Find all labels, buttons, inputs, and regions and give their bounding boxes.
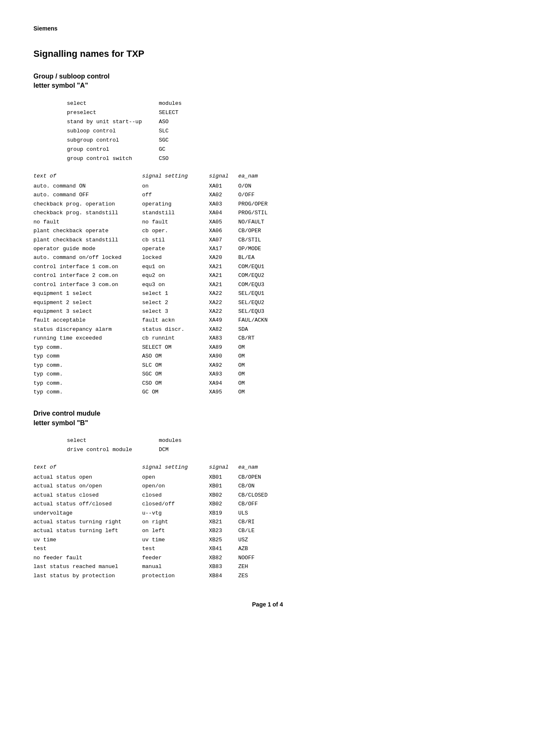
cell-ea-nam: OP/MODE <box>238 244 288 253</box>
cell-signal-setting: fault ackn <box>142 316 209 325</box>
table-row: undervoltageu--vtgXB19ULS <box>33 509 502 518</box>
cell-text: control interface 2 com.on <box>33 271 142 280</box>
module-value: ASO <box>159 117 222 127</box>
cell-text: equipment 3 select <box>33 307 142 316</box>
cell-signal-setting: protection <box>142 571 209 580</box>
table-row: no feeder faultfeederXB82NOOFF <box>33 553 502 562</box>
cell-ea-nam: OM <box>238 352 288 360</box>
cell-signal-setting: on right <box>142 518 209 526</box>
cell-signal-setting: operating <box>142 200 209 208</box>
page-footer: Page 1 of 4 <box>33 601 502 608</box>
cell-text: checkback prog. operation <box>33 200 142 208</box>
cell-signal: XA07 <box>209 236 238 244</box>
cell-signal: XB02 <box>209 500 238 508</box>
cell-ea-nam: PROG/OPER <box>238 200 288 208</box>
cell-text: plant checkback standstill <box>33 236 142 244</box>
cell-signal-setting: operate <box>142 244 209 253</box>
cell-text: control interface 1 com.on <box>33 262 142 271</box>
table-row: typ comm.SLC OMXA92OM <box>33 361 502 370</box>
table-row: typ comm.CSO OMXA94OM <box>33 379 502 388</box>
module-label: subgroup control <box>67 136 159 145</box>
cell-signal: XA93 <box>209 370 238 378</box>
cell-signal-setting: u--vtg <box>142 509 209 518</box>
cell-signal: XA21 <box>209 271 238 280</box>
cell-signal-setting: status discr. <box>142 325 209 334</box>
cell-text: typ comm <box>33 352 142 360</box>
cell-ea-nam: CB/OFF <box>238 500 288 508</box>
cell-signal: XA82 <box>209 325 238 334</box>
cell-text: equipment 2 select <box>33 298 142 307</box>
cell-signal: XB21 <box>209 518 238 526</box>
cell-text: test <box>33 544 142 553</box>
modules-col2: modulesSELECTASOSLCSGCGCCSO <box>159 99 222 164</box>
module-label: subloop control <box>67 127 159 136</box>
cell-signal-setting: no fault <box>142 218 209 226</box>
table-row: plant checkback standstillcb stilXA07CB/… <box>33 236 502 244</box>
cell-text: running time exceeded <box>33 334 142 342</box>
cell-ea-nam: CB/OPEN <box>238 473 288 482</box>
cell-text: last status by protection <box>33 571 142 580</box>
table-row: equipment 2 selectselect 2XA22SEL/EQU2 <box>33 298 502 307</box>
cell-text: typ comm. <box>33 388 142 396</box>
cell-text: control interface 3 com.on <box>33 280 142 289</box>
table-row: fault acceptablefault acknXA49FAUL/ACKN <box>33 316 502 325</box>
cell-text: no feeder fault <box>33 553 142 562</box>
cell-signal: XB01 <box>209 482 238 490</box>
table-row: running time exceededcb runnintXA83CB/RT <box>33 334 502 342</box>
cell-signal: XA83 <box>209 334 238 342</box>
cell-signal-setting: locked <box>142 253 209 262</box>
col-signal-header: signal <box>209 463 238 472</box>
cell-ea-nam: SEL/EQU2 <box>238 298 288 307</box>
modules-col2: modulesDCM <box>159 436 222 454</box>
cell-signal: XA22 <box>209 307 238 316</box>
module-label: select <box>67 436 159 445</box>
module-value: CSO <box>159 154 222 163</box>
cell-signal: XA49 <box>209 316 238 325</box>
cell-signal-setting: test <box>142 544 209 553</box>
table-row: actual status on/openopen/onXB01CB/ON <box>33 482 502 490</box>
cell-ea-nam: OM <box>238 361 288 370</box>
cell-ea-nam: ZEH <box>238 562 288 571</box>
cell-signal-setting: select 3 <box>142 307 209 316</box>
cell-ea-nam: COM/EQU3 <box>238 280 288 289</box>
table-row: actual status openopenXB01CB/OPEN <box>33 473 502 482</box>
cell-signal-setting: uv time <box>142 535 209 544</box>
cell-text: actual status turning left <box>33 526 142 535</box>
module-value: SLC <box>159 127 222 136</box>
cell-ea-nam: CB/RT <box>238 334 288 342</box>
table-row: status discrepancy alarmstatus discr.XA8… <box>33 325 502 334</box>
cell-signal: XB25 <box>209 535 238 544</box>
section2-table: text ofsignal settingsignalea_namactual … <box>33 463 502 580</box>
cell-signal-setting: standstill <box>142 208 209 217</box>
table-row: uv timeuv timeXB25USZ <box>33 535 502 544</box>
col-ea-nam-header: ea_nam <box>238 172 288 180</box>
table-row: auto. command ONonXA01O/ON <box>33 182 502 190</box>
section2-modules: selectdrive control modulemodulesDCM <box>67 436 502 454</box>
cell-signal: XA17 <box>209 244 238 253</box>
cell-text: no fault <box>33 218 142 226</box>
cell-text: plant checkback operate <box>33 226 142 235</box>
cell-text: typ comm. <box>33 379 142 388</box>
section1: Group / subloop controlletter symbol "A"… <box>33 72 502 396</box>
cell-text: status discrepancy alarm <box>33 325 142 334</box>
module-value: SELECT <box>159 108 222 117</box>
cell-text: actual status turning right <box>33 518 142 526</box>
cell-signal: XA21 <box>209 280 238 289</box>
cell-text: actual status off/closed <box>33 500 142 508</box>
cell-text: actual status on/open <box>33 482 142 490</box>
cell-signal: XA90 <box>209 352 238 360</box>
cell-signal: XA03 <box>209 200 238 208</box>
cell-ea-nam: SEL/EQU3 <box>238 307 288 316</box>
cell-ea-nam: USZ <box>238 535 288 544</box>
cell-signal-setting: SLC OM <box>142 361 209 370</box>
cell-ea-nam: ZES <box>238 571 288 580</box>
section1-table: text ofsignal settingsignalea_namauto. c… <box>33 172 502 396</box>
cell-signal-setting: closed/off <box>142 500 209 508</box>
table-row: plant checkback operatecb oper.XA06CB/OP… <box>33 226 502 235</box>
cell-signal-setting: ASO OM <box>142 352 209 360</box>
table-row: checkback prog. standstillstandstillXA04… <box>33 208 502 217</box>
module-label: drive control module <box>67 445 159 454</box>
table-row: auto. command OFFoffXA02O/OFF <box>33 190 502 199</box>
cell-signal: XA20 <box>209 253 238 262</box>
cell-signal: XA89 <box>209 343 238 352</box>
